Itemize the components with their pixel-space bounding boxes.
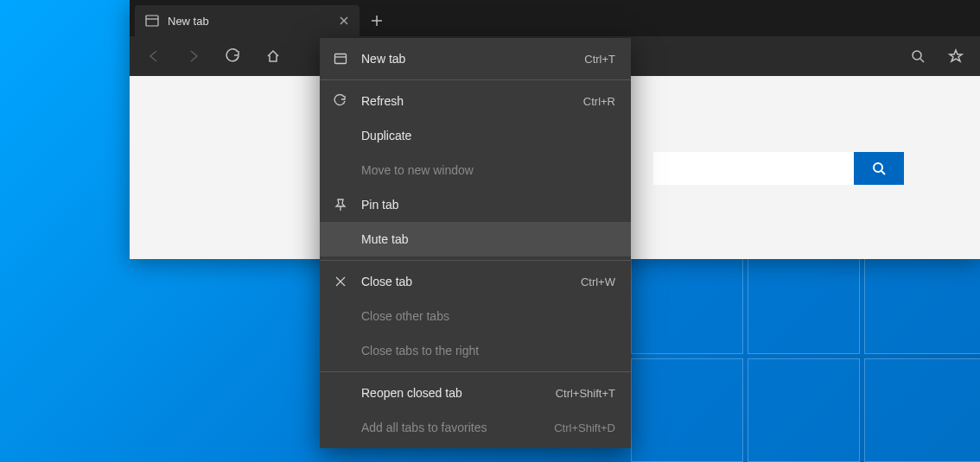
ctx-item-reopen-closed-tab[interactable]: Reopen closed tabCtrl+Shift+T (320, 376, 631, 410)
ctx-item-duplicate[interactable]: Duplicate (320, 118, 631, 153)
tab-title: New tab (168, 15, 209, 28)
ctx-item-new-tab[interactable]: New tabCtrl+T (320, 41, 631, 76)
svg-rect-0 (146, 16, 158, 26)
ctx-item-label: Close tab (361, 275, 569, 288)
ctx-item-label: Refresh (361, 94, 571, 108)
ctx-item-pin-tab[interactable]: Pin tab (320, 187, 631, 222)
search-bar (653, 152, 904, 185)
pin-icon (332, 198, 349, 212)
close-icon (332, 275, 349, 288)
ctx-item-move-to-new-window: Move to new window (320, 153, 631, 187)
ctx-item-shortcut: Ctrl+R (583, 95, 615, 108)
svg-rect-10 (335, 54, 347, 64)
ctx-item-close-tabs-to-the-right: Close tabs to the right (320, 333, 631, 368)
new-tab-button[interactable] (360, 5, 394, 36)
tab-context-menu: New tabCtrl+TRefreshCtrl+RDuplicateMove … (320, 38, 631, 448)
ctx-item-label: Add all tabs to favorites (361, 421, 542, 434)
ctx-separator (320, 371, 631, 372)
tab-active[interactable]: New tab (135, 5, 360, 36)
tab-close-button[interactable] (339, 16, 349, 26)
ctx-separator (320, 260, 631, 261)
refresh-button[interactable] (216, 39, 251, 73)
ctx-item-shortcut: Ctrl+T (584, 53, 615, 66)
favorites-icon[interactable] (939, 39, 973, 73)
tab-bar: New tab (130, 0, 980, 36)
desktop-tiles (631, 250, 980, 462)
ctx-item-label: Close other tabs (361, 309, 603, 323)
ctx-item-refresh[interactable]: RefreshCtrl+R (320, 84, 631, 118)
ctx-item-shortcut: Ctrl+W (581, 275, 615, 288)
ctx-item-close-other-tabs: Close other tabs (320, 299, 631, 333)
ctx-item-label: New tab (361, 52, 572, 66)
home-button[interactable] (256, 39, 290, 73)
svg-point-8 (874, 163, 882, 172)
svg-point-6 (913, 51, 921, 60)
ctx-item-shortcut: Ctrl+Shift+T (556, 387, 615, 400)
ctx-item-label: Pin tab (361, 198, 603, 212)
ctx-item-mute-tab[interactable]: Mute tab (320, 222, 631, 256)
ctx-item-shortcut: Ctrl+Shift+D (554, 421, 615, 434)
ctx-item-label: Reopen closed tab (361, 386, 544, 400)
svg-line-9 (881, 171, 885, 174)
ctx-item-close-tab[interactable]: Close tabCtrl+W (320, 264, 631, 299)
back-button[interactable] (137, 39, 171, 73)
ctx-item-label: Mute tab (361, 232, 603, 246)
refresh-icon (332, 94, 349, 108)
zoom-icon[interactable] (900, 39, 935, 73)
ctx-item-label: Move to new window (361, 163, 603, 177)
ctx-separator (320, 79, 631, 80)
ctx-item-add-all-tabs-to-favorites: Add all tabs to favoritesCtrl+Shift+D (320, 410, 631, 445)
tab-page-icon (145, 14, 159, 28)
forward-button[interactable] (176, 39, 211, 73)
ctx-item-label: Duplicate (361, 129, 603, 142)
new-tab-icon (332, 52, 349, 66)
svg-line-7 (920, 59, 924, 62)
search-input[interactable] (653, 152, 854, 185)
search-button[interactable] (854, 152, 904, 185)
ctx-item-label: Close tabs to the right (361, 344, 603, 358)
